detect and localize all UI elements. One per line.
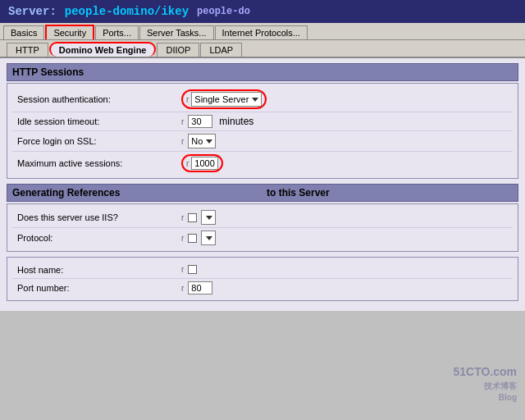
session-auth-row: Session authentication: r Single Server	[12, 87, 513, 112]
use-iis-value: r	[181, 210, 216, 225]
force-prefix: r	[181, 137, 184, 146]
gen-references-header: Generating References to this Server	[7, 184, 518, 202]
force-login-dropdown[interactable]: No	[188, 134, 216, 148]
port-number-input[interactable]: 80	[188, 281, 212, 294]
port-number-label: Port number:	[17, 283, 181, 293]
watermark-line2: 技术博客	[453, 381, 517, 392]
tab-ports[interactable]: Ports...	[95, 25, 139, 39]
protocol-value: r	[181, 231, 216, 245]
tab-server-tasks[interactable]: Server Tasks...	[139, 25, 214, 39]
watermark-line3: Blog	[453, 392, 517, 404]
host-checkbox[interactable]	[188, 265, 197, 274]
port-number-row: Port number: r 80	[12, 279, 513, 297]
tab-diiop[interactable]: DIIOP	[157, 43, 199, 57]
max-sessions-circled[interactable]: r 1000	[181, 154, 223, 172]
header-server-tag: people-do	[197, 6, 250, 17]
port-number-value: r 80	[181, 281, 212, 294]
tab-row-2: HTTP Domino Web Engine DIIOP LDAP	[0, 40, 525, 58]
protocol-row: Protocol: r	[12, 228, 513, 248]
gen-references-col2: to this Server	[258, 187, 513, 199]
protocol-checkbox[interactable]	[188, 234, 197, 243]
watermark-line1: 51CTO.com	[453, 364, 517, 381]
tab-ldap[interactable]: LDAP	[200, 43, 242, 57]
watermark: 51CTO.com 技术博客 Blog	[453, 364, 517, 404]
session-auth-label: Session authentication:	[17, 94, 181, 104]
header-server-name: people-domino/ikey	[65, 5, 189, 18]
idle-timeout-label: Idle session timeout:	[17, 116, 181, 126]
use-iis-label: Does this server use IIS?	[17, 212, 181, 222]
session-auth-dropdown[interactable]: Single Server	[191, 92, 262, 107]
session-auth-value: r Single Server	[181, 89, 267, 109]
protocol-dropdown[interactable]	[201, 231, 216, 245]
idle-prefix: r	[181, 117, 184, 126]
iis-dropdown[interactable]	[201, 210, 216, 225]
gen-references-form: Does this server use IIS? r Protocol: r	[7, 203, 518, 252]
session-auth-prefix: r	[186, 95, 189, 104]
tab-security[interactable]: Security	[45, 25, 94, 39]
host-name-value: r	[181, 265, 197, 274]
tab-basics[interactable]: Basics	[3, 25, 44, 39]
max-prefix: r	[186, 159, 189, 168]
idle-suffix: minutes	[219, 116, 253, 127]
gen-references-col1: Generating References	[12, 187, 258, 199]
tab-row-1: Basics Security Ports... Server Tasks...…	[0, 23, 525, 40]
use-iis-row: Does this server use IIS? r	[12, 208, 513, 228]
tab-http[interactable]: HTTP	[7, 43, 48, 57]
max-sessions-label: Maximum active sessions:	[17, 158, 181, 168]
main-content: HTTP Sessions Session authentication: r …	[0, 58, 525, 311]
host-name-label: Host name:	[17, 265, 181, 275]
host-prefix: r	[181, 265, 184, 274]
max-sessions-row: Maximum active sessions: r 1000	[12, 152, 513, 175]
dropdown-arrow-icon	[252, 98, 258, 102]
iis-dropdown-arrow-icon	[206, 216, 212, 220]
force-login-label: Force login on SSL:	[17, 136, 181, 146]
tab-internet-protocols[interactable]: Internet Protocols...	[215, 25, 308, 39]
protocol-dropdown-arrow-icon	[206, 236, 212, 240]
tab-domino-web-engine[interactable]: Domino Web Engine	[49, 42, 157, 57]
max-sessions-input[interactable]: 1000	[191, 157, 217, 170]
max-sessions-value: r 1000	[181, 154, 223, 172]
idle-timeout-input[interactable]: 30	[188, 115, 212, 128]
protocol-label: Protocol:	[17, 233, 181, 243]
iis-checkbox[interactable]	[188, 213, 197, 222]
server-info-form: Host name: r Port number: r 80	[7, 257, 518, 301]
idle-timeout-row: Idle session timeout: r 30 minutes	[12, 112, 513, 131]
force-login-value: r No	[181, 134, 216, 148]
session-auth-dropdown-circled[interactable]: r Single Server	[181, 89, 267, 109]
force-dropdown-arrow-icon	[206, 139, 212, 144]
http-sessions-form: Session authentication: r Single Server …	[7, 83, 518, 179]
idle-timeout-value: r 30 minutes	[181, 115, 253, 128]
port-prefix: r	[181, 284, 184, 293]
force-login-row: Force login on SSL: r No	[12, 131, 513, 152]
protocol-prefix: r	[181, 234, 184, 243]
header-bar: Server: people-domino/ikey people-do	[0, 0, 525, 23]
http-sessions-header: HTTP Sessions	[7, 63, 518, 81]
iis-prefix: r	[181, 213, 184, 222]
header-label: Server:	[8, 5, 57, 18]
host-name-row: Host name: r	[12, 261, 513, 279]
